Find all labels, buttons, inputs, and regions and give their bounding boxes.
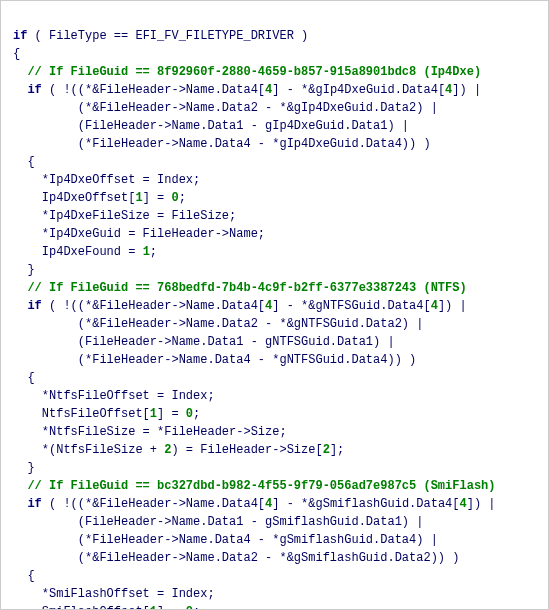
line-27: if ( !((*&FileHeader->Name.Data4[4] - *&…	[13, 497, 496, 511]
line-14: }	[13, 263, 35, 277]
line-06: (FileHeader->Name.Data1 - gIp4DxeGuid.Da…	[13, 119, 409, 133]
line-15-comment: // If FileGuid == 768bedfd-7b4b-4c9f-b2f…	[13, 281, 467, 295]
line-09: *Ip4DxeOffset = Index;	[13, 173, 200, 187]
line-08: {	[13, 155, 35, 169]
line-26-comment: // If FileGuid == bc327dbd-b982-4f55-9f7…	[13, 479, 495, 493]
line-24: *(NtfsFileSize + 2) = FileHeader->Size[2…	[13, 443, 344, 457]
line-23: *NtfsFileSize = *FileHeader->Size;	[13, 425, 287, 439]
line-29: (*FileHeader->Name.Data4 - *gSmiflashGui…	[13, 533, 438, 547]
line-25: }	[13, 461, 35, 475]
line-19: (*FileHeader->Name.Data4 - *gNTFSGuid.Da…	[13, 353, 416, 367]
line-18: (FileHeader->Name.Data1 - gNTFSGuid.Data…	[13, 335, 395, 349]
line-12: *Ip4DxeGuid = FileHeader->Name;	[13, 227, 265, 241]
line-21: *NtfsFileOffset = Index;	[13, 389, 215, 403]
line-28: (FileHeader->Name.Data1 - gSmiflashGuid.…	[13, 515, 423, 529]
line-31: {	[13, 569, 35, 583]
line-05: (*&FileHeader->Name.Data2 - *&gIp4DxeGui…	[13, 101, 438, 115]
line-04: if ( !((*&FileHeader->Name.Data4[4] - *&…	[13, 83, 481, 97]
line-32: *SmiFlashOffset = Index;	[13, 587, 215, 601]
line-11: *Ip4DxeFileSize = FileSize;	[13, 209, 236, 223]
line-30: (*&FileHeader->Name.Data2 - *&gSmiflashG…	[13, 551, 459, 565]
line-02: {	[13, 47, 20, 61]
line-20: {	[13, 371, 35, 385]
code-snippet: if ( FileType == EFI_FV_FILETYPE_DRIVER …	[13, 9, 536, 610]
line-22: NtfsFileOffset[1] = 0;	[13, 407, 200, 421]
line-13: Ip4DxeFound = 1;	[13, 245, 157, 259]
line-33: SmiFlashOffset[1] = 0;	[13, 605, 200, 610]
line-01: if ( FileType == EFI_FV_FILETYPE_DRIVER …	[13, 29, 308, 43]
line-03-comment: // If FileGuid == 8f92960f-2880-4659-b85…	[13, 65, 481, 79]
line-16: if ( !((*&FileHeader->Name.Data4[4] - *&…	[13, 299, 467, 313]
line-17: (*&FileHeader->Name.Data2 - *&gNTFSGuid.…	[13, 317, 423, 331]
line-10: Ip4DxeOffset[1] = 0;	[13, 191, 186, 205]
line-07: (*FileHeader->Name.Data4 - *gIp4DxeGuid.…	[13, 137, 431, 151]
